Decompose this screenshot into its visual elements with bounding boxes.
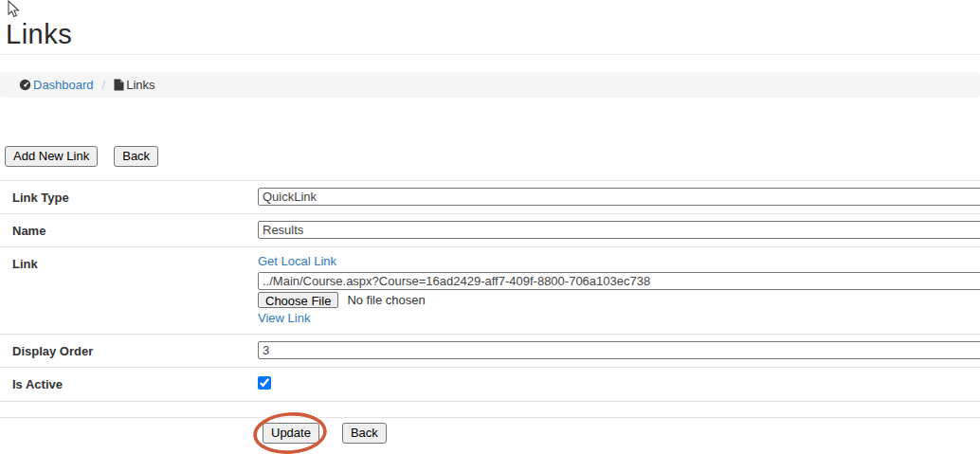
is-active-label: Is Active [12, 374, 258, 391]
breadcrumb-separator: / [102, 78, 106, 92]
footer-divider [0, 417, 980, 418]
footer-actions: Update Back [263, 423, 387, 444]
form-row-link-type: Link Type [0, 180, 980, 213]
links-form: Link Type Name Link Get Local Link Choos… [0, 180, 980, 402]
back-button-bottom[interactable]: Back [342, 423, 387, 444]
is-active-checkbox[interactable] [258, 376, 271, 390]
file-status-text: No file chosen [347, 293, 425, 307]
title-divider [0, 54, 980, 55]
breadcrumb-dashboard[interactable]: Dashboard [19, 78, 94, 92]
name-label: Name [12, 221, 258, 238]
toolbar: Add New Link Back [5, 146, 158, 167]
name-input[interactable] [258, 221, 980, 239]
get-local-link[interactable]: Get Local Link [258, 254, 980, 269]
back-button-top[interactable]: Back [114, 146, 158, 167]
form-row-display-order: Display Order [0, 334, 980, 367]
breadcrumb: Dashboard / Links [0, 72, 980, 98]
file-upload-row: Choose File No file chosen [258, 292, 980, 308]
form-row-name: Name [0, 213, 980, 246]
view-link[interactable]: View Link [258, 311, 980, 326]
form-row-link: Link Get Local Link Choose File No file … [0, 246, 980, 334]
link-type-input[interactable] [258, 188, 980, 206]
page-title: Links [6, 19, 72, 50]
update-button[interactable]: Update [263, 423, 319, 444]
form-row-is-active: Is Active [0, 367, 980, 402]
breadcrumb-current: Links [114, 78, 154, 92]
display-order-input[interactable] [258, 341, 980, 359]
link-url-input[interactable] [258, 272, 980, 290]
add-new-link-button[interactable]: Add New Link [5, 146, 98, 167]
link-type-label: Link Type [12, 188, 258, 205]
gauge-icon [19, 79, 31, 91]
breadcrumb-current-label: Links [126, 78, 154, 92]
choose-file-button[interactable]: Choose File [258, 292, 338, 308]
breadcrumb-dashboard-link[interactable]: Dashboard [33, 78, 94, 92]
mouse-cursor-icon [6, 0, 23, 19]
display-order-label: Display Order [12, 341, 258, 358]
file-icon [114, 79, 124, 91]
link-label: Link [12, 254, 258, 271]
